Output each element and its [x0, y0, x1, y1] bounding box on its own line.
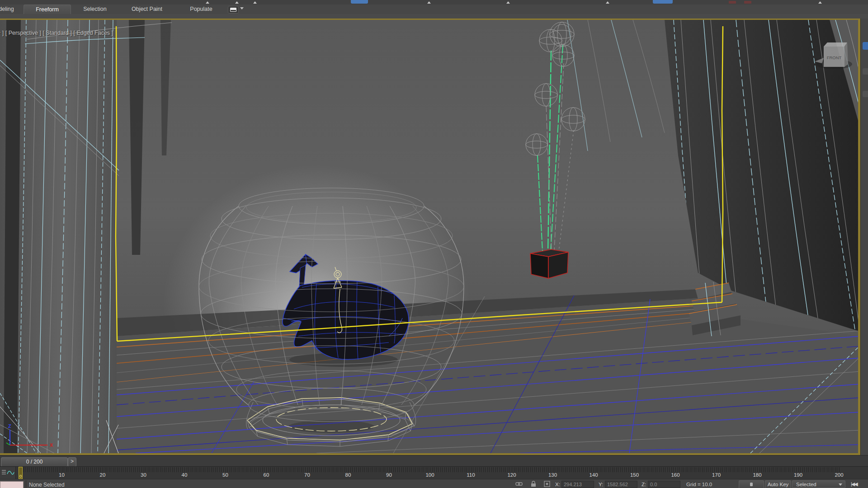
- ruler-tick: [485, 467, 486, 472]
- ruler-tick: [197, 467, 197, 472]
- scene-canvas[interactable]: FRONT Z X: [0, 20, 860, 453]
- ruler-tick: [270, 467, 271, 472]
- next-frame-button[interactable]: >: [68, 457, 76, 467]
- ruler-tick: [579, 467, 580, 472]
- panel-button-edge[interactable]: [863, 68, 868, 75]
- ruler-tick: [453, 467, 453, 472]
- ruler-tick: [835, 467, 835, 472]
- toolbar-active-widget[interactable]: [351, 0, 368, 4]
- ruler-tick: [622, 467, 623, 472]
- ruler-tick: [649, 467, 649, 472]
- ruler-frame-label: 170: [712, 472, 721, 478]
- ruler-tick: [137, 467, 138, 472]
- ruler-tick: [557, 467, 557, 472]
- ribbon-collapsed-band: [0, 14, 868, 19]
- panel-button-edge[interactable]: [863, 91, 868, 97]
- ruler-frame-label: 90: [386, 472, 392, 478]
- ruler-tick: [792, 467, 793, 472]
- ruler-tick: [363, 467, 363, 472]
- ruler-tick: [798, 467, 799, 472]
- z-coordinate-label: Z:: [642, 482, 646, 487]
- chevron-down-icon[interactable]: [240, 7, 244, 9]
- ruler-frame-label: 160: [671, 472, 679, 478]
- ruler-tick: [722, 467, 723, 472]
- time-slider-handle[interactable]: 0 / 200: [1, 457, 68, 467]
- ruler-tick: [368, 467, 369, 472]
- ruler-tick: [182, 467, 183, 472]
- ruler-tick: [346, 467, 346, 472]
- ruler-tick: [796, 467, 797, 472]
- ruler-tick: [516, 467, 516, 472]
- ruler-tick: [340, 467, 340, 472]
- ruler-tick: [283, 467, 283, 472]
- ruler-tick: [462, 467, 463, 472]
- tab-modeling[interactable]: deling: [0, 5, 19, 14]
- time-slider-track[interactable]: 0 / 200 >: [0, 455, 868, 466]
- maxscript-mini-listener[interactable]: [0, 481, 24, 488]
- ruler-tick: [600, 467, 600, 472]
- ruler-tick: [618, 467, 618, 472]
- ruler-tick: [610, 467, 610, 472]
- ruler-tick: [273, 467, 273, 472]
- ruler-tick: [500, 467, 500, 472]
- absolute-mode-icon[interactable]: [543, 480, 551, 488]
- z-coordinate-field[interactable]: 0.0: [648, 481, 680, 488]
- ruler-tick: [221, 467, 222, 472]
- tab-populate[interactable]: Populate: [183, 5, 219, 14]
- y-coordinate-field[interactable]: 1582.562: [605, 481, 637, 488]
- spinner-icon[interactable]: [427, 1, 431, 4]
- spinner-icon[interactable]: [818, 1, 822, 4]
- selection-lock-link-icon[interactable]: [515, 480, 523, 488]
- panel-active-tab-edge[interactable]: [863, 42, 868, 50]
- spinner-icon[interactable]: [506, 1, 510, 4]
- ruler-tick: [176, 467, 177, 472]
- ruler-tick: [643, 467, 643, 472]
- go-to-start-button[interactable]: |◀◀: [851, 481, 857, 487]
- spinner-icon[interactable]: [253, 1, 257, 4]
- ruler-tick: [156, 467, 156, 472]
- ruler-tick: [356, 467, 357, 472]
- ruler-tick: [90, 467, 91, 472]
- ribbon-minimize-button[interactable]: [228, 6, 239, 14]
- selection-set-dropdown[interactable]: Selected: [792, 480, 845, 488]
- spinner-icon[interactable]: [235, 1, 239, 4]
- spinner-icon[interactable]: [606, 1, 609, 4]
- ruler-tick: [487, 467, 488, 472]
- ruler-tick: [712, 467, 712, 472]
- ruler-tick: [718, 467, 719, 472]
- ruler-tick: [266, 467, 267, 472]
- ruler-tick: [821, 467, 821, 472]
- ruler-tick: [393, 467, 394, 472]
- ruler-tick: [594, 467, 594, 472]
- perspective-viewport[interactable]: FRONT Z X + ] [ Perspective ] [ Standard…: [0, 19, 860, 455]
- ruler-tick: [371, 467, 371, 472]
- ruler-tick: [415, 467, 416, 472]
- ruler-tick: [708, 467, 708, 472]
- ruler-tick: [741, 467, 741, 472]
- auto-key-button[interactable]: Auto Key: [765, 480, 791, 488]
- ruler-tick: [244, 467, 244, 472]
- ruler-tick: [219, 467, 220, 472]
- ruler-tick: [64, 467, 64, 472]
- track-bar[interactable]: 1020304050607080901001101201301401501601…: [0, 466, 868, 479]
- set-key-button[interactable]: [739, 480, 764, 488]
- x-coordinate-field[interactable]: 294.213: [561, 481, 594, 488]
- current-frame-marker[interactable]: 0: [19, 467, 23, 479]
- viewport-label[interactable]: + ] [ Perspective ] [ Standard ] [ Edged…: [0, 30, 113, 36]
- tab-freeform[interactable]: Freeform: [24, 5, 71, 14]
- ruler-tick: [794, 467, 794, 472]
- toolbar-active-widget[interactable]: [653, 0, 673, 4]
- ruler-tick: [811, 467, 811, 472]
- lock-icon[interactable]: [530, 480, 537, 488]
- tab-object-paint[interactable]: Object Paint: [127, 5, 167, 14]
- spinner-icon[interactable]: [206, 1, 209, 4]
- ruler-tick: [733, 467, 733, 472]
- ruler-tick: [657, 467, 657, 472]
- ruler-tick: [473, 467, 473, 472]
- mini-curve-editor-button[interactable]: [0, 467, 16, 479]
- ruler-tick: [831, 467, 831, 472]
- tab-selection[interactable]: Selection: [77, 5, 113, 14]
- viewcube-front-label[interactable]: FRONT: [827, 55, 842, 60]
- ruler-tick: [479, 467, 480, 472]
- ruler-tick: [49, 467, 50, 472]
